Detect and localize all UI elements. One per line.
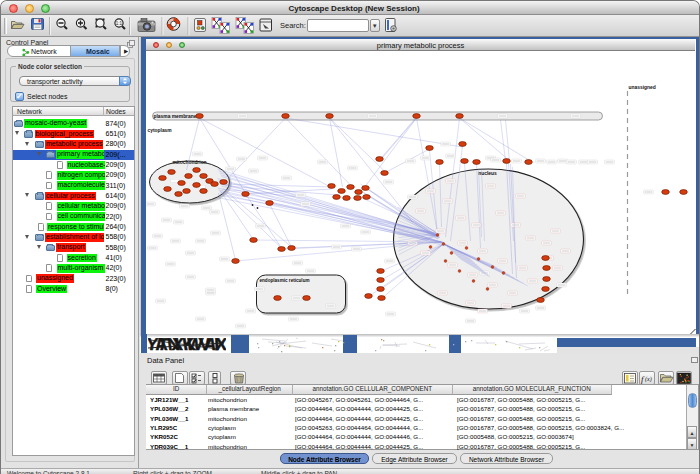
svg-text:nucleus: nucleus — [478, 171, 497, 176]
svg-text:1:1: 1:1 — [116, 21, 123, 26]
svg-text:(x): (x) — [645, 376, 652, 383]
svg-text:unassigned: unassigned — [629, 85, 656, 90]
svg-text:mitochondrion: mitochondrion — [172, 160, 206, 165]
svg-text:X: X — [215, 335, 226, 353]
svg-text:plasma membrane: plasma membrane — [154, 114, 197, 119]
svg-text:cytoplasm: cytoplasm — [148, 128, 173, 133]
svg-text:endoplasmic reticulum: endoplasmic reticulum — [260, 278, 310, 283]
